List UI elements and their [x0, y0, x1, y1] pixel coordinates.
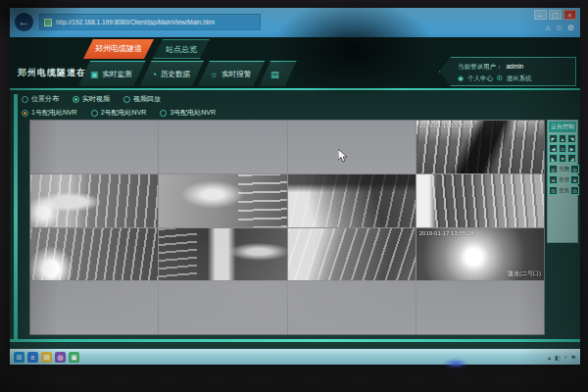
ptz-direction-button-2[interactable]: ▲ — [559, 134, 567, 143]
camera-feed-7[interactable] — [288, 174, 416, 227]
ptz-minus-button[interactable]: ⊖ — [549, 175, 558, 184]
media-player-icon[interactable]: ◍ — [55, 352, 66, 363]
panel-bottom-border — [10, 339, 580, 342]
radio-view-mode-3[interactable]: 视频回放 — [123, 94, 161, 104]
toolbar-item-label: 实时监测 — [103, 70, 132, 79]
browser-quick-icons: ⌂☆⚙ — [546, 24, 574, 33]
radio-dot — [91, 110, 98, 117]
app-shortcut-icon[interactable]: ▣ — [69, 352, 79, 363]
folder-icon[interactable]: ▤ — [41, 352, 52, 363]
ptz-panel-title: 云台控制 — [549, 122, 576, 132]
radio-view-mode-label: 视频回放 — [133, 94, 161, 104]
toolbar-item-1[interactable]: ▣实时监测 — [78, 61, 146, 86]
radio-dot — [73, 96, 79, 103]
ptz-direction-button-8[interactable]: ▼ — [559, 154, 567, 163]
radio-dot — [123, 96, 130, 103]
ptz-lens-controls: ◎光圈◎⊖变倍⊕⊡变焦⊡ — [549, 165, 576, 195]
ptz-plus-button[interactable]: ◎ — [570, 165, 579, 173]
realtime-monitor-icon: ▣ — [90, 70, 99, 79]
empty-channel-15[interactable] — [288, 281, 416, 334]
empty-channel-1[interactable] — [30, 121, 158, 173]
home-icon[interactable]: ⌂ — [546, 24, 551, 33]
ie-browser-icon[interactable]: e — [27, 352, 38, 363]
empty-channel-3[interactable] — [288, 121, 416, 173]
surveillance-app: 郑州电缆隧道在线监测 郑州电缆隧道 站点总览 ▣实时监测◔历史数据☼实时报警▤ … — [10, 37, 580, 349]
radio-view-mode-label: 位置分布 — [31, 94, 59, 104]
ptz-direction-button-3[interactable]: ◥ — [567, 134, 576, 143]
camera-feed-6[interactable] — [159, 174, 286, 227]
camera-feed-8[interactable] — [416, 174, 544, 227]
nav-divider-line — [10, 88, 580, 90]
mouse-cursor — [338, 149, 348, 167]
radio-dot — [22, 110, 28, 117]
radio-dot — [160, 110, 167, 117]
radio-nvr-label: 1号配电站NVR — [31, 108, 77, 118]
ptz-row-2: ⊖变倍⊕ — [549, 175, 576, 184]
ptz-row-3: ⊡变焦⊡ — [549, 186, 576, 195]
settings-gear-icon[interactable]: ⚙ — [567, 24, 574, 33]
toolbar-item-4[interactable]: ▤ — [259, 61, 297, 86]
radio-nvr-3[interactable]: 3号配电站NVR — [160, 108, 216, 118]
camera-feed-9[interactable] — [30, 228, 158, 281]
ptz-row-1: ◎光圈◎ — [549, 165, 576, 173]
user-avatar-icon: ◉ — [458, 73, 464, 84]
radio-view-mode-2[interactable]: 实时视频 — [73, 94, 110, 104]
maximize-button[interactable]: ▢ — [549, 10, 562, 20]
empty-channel-14[interactable] — [159, 281, 286, 334]
toolbar-item-label: 历史数据 — [161, 70, 190, 79]
radio-nvr-2[interactable]: 2号配电站NVR — [91, 108, 147, 118]
empty-channel-2[interactable] — [159, 121, 286, 173]
tab-site-overview[interactable]: 站点总览 — [153, 39, 210, 59]
close-button[interactable]: × — [564, 10, 576, 20]
ptz-row-label: 变倍 — [559, 176, 569, 183]
ptz-direction-button-7[interactable]: ◣ — [549, 154, 558, 163]
radio-nvr-label: 2号配电站NVR — [101, 108, 147, 118]
realtime-alarm-icon: ☼ — [210, 70, 218, 79]
ptz-plus-button[interactable]: ⊕ — [570, 175, 579, 184]
radio-nvr-1[interactable]: 1号配电站NVR — [22, 108, 77, 118]
ptz-direction-button-5[interactable]: ⊙ — [559, 144, 567, 153]
ptz-direction-button-6[interactable]: ▶ — [567, 144, 576, 153]
toolbar-item-2[interactable]: ◔历史数据 — [140, 61, 204, 86]
camera-feed-4[interactable]: 2019-01-17 13:55:26 — [416, 121, 544, 173]
osd-timestamp: 2019-01-17 13:55:26 — [419, 122, 474, 128]
login-username: admin — [507, 61, 524, 73]
ptz-direction-button-4[interactable]: ◀ — [549, 144, 558, 153]
camera-feed-12[interactable]: 2019-01-17 13:55:28隧道(二号口) — [416, 228, 544, 281]
ptz-direction-button-9[interactable]: ◢ — [567, 154, 576, 163]
logout-link[interactable]: 退出系统 — [507, 73, 532, 84]
photo-of-monitor: ← http://192.168.1.199:8080/Client/jsp/M… — [0, 0, 588, 392]
ptz-direction-button-1[interactable]: ◤ — [549, 134, 558, 143]
empty-channel-13[interactable] — [30, 281, 158, 334]
tray-flag-icon[interactable]: ⚑ — [571, 354, 576, 361]
toolbar-item-3[interactable]: ☼实时报警 — [198, 61, 265, 86]
camera-feed-5[interactable] — [30, 174, 158, 227]
start-icon[interactable]: ⊞ — [14, 352, 24, 363]
tray-network-icon[interactable]: ◧ — [555, 354, 561, 361]
tray-up-arrow-icon[interactable]: ▴ — [548, 354, 551, 361]
tab-cable-tunnel[interactable]: 郑州电缆隧道 — [83, 39, 154, 59]
history-data-icon: ◔ — [152, 70, 157, 79]
taskbar-app-icons: ⊞e▤◍▣ — [14, 352, 82, 363]
device-manage-icon: ▤ — [270, 70, 279, 79]
login-user-line: 当前登录用户： admin — [458, 61, 569, 73]
camera-feed-11[interactable] — [288, 228, 416, 281]
minimize-button[interactable]: – — [534, 10, 547, 20]
url-text: http://192.168.1.199:8080/Client/jsp/Mai… — [56, 19, 215, 25]
url-field[interactable]: http://192.168.1.199:8080/Client/jsp/Mai… — [39, 14, 261, 30]
empty-channel-16[interactable] — [416, 281, 544, 334]
ptz-minus-button[interactable]: ◎ — [549, 165, 558, 173]
browser-back-button[interactable]: ← — [15, 13, 33, 31]
profile-center-link[interactable]: 个人中心 — [467, 73, 493, 84]
logout-power-icon: ⏼ — [497, 73, 503, 84]
camera-feed-10[interactable] — [159, 228, 286, 281]
favorites-star-icon[interactable]: ☆ — [556, 24, 563, 33]
top-nav-bar: 郑州电缆隧道在线监测 郑州电缆隧道 站点总览 ▣实时监测◔历史数据☼实时报警▤ … — [10, 37, 580, 90]
ptz-row-label: 变焦 — [559, 187, 569, 194]
radio-view-mode-1[interactable]: 位置分布 — [22, 94, 59, 104]
toolbar-item-label: 实时报警 — [221, 70, 251, 79]
ptz-plus-button[interactable]: ⊡ — [570, 186, 579, 195]
video-wall-grid: 2019-01-17 13:55:262019-01-17 13:55:28隧道… — [29, 120, 545, 335]
tray-volume-icon[interactable]: ♪ — [564, 354, 567, 361]
ptz-minus-button[interactable]: ⊡ — [549, 186, 558, 195]
